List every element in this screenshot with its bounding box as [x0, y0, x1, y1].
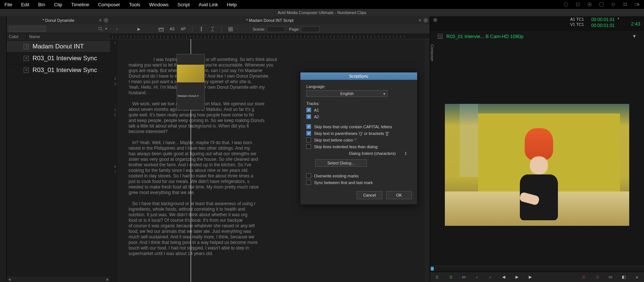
svg-rect-1 [576, 3, 579, 6]
menu-clip[interactable]: Clip [54, 2, 62, 7]
tray-icon-2[interactable] [575, 2, 580, 7]
tray-icon-cc[interactable] [599, 2, 604, 7]
step-fwd-button[interactable]: ▶ [527, 274, 534, 281]
menu-script[interactable]: Script [177, 2, 190, 7]
mark-clip-button[interactable]: ▭ [460, 274, 467, 281]
bin-filter-dropdown-icon[interactable]: ▼ [105, 27, 108, 31]
bin-tab-close-icon[interactable]: ✕ [99, 18, 102, 23]
track-a2-checkbox[interactable] [306, 114, 311, 119]
scroll-right-icon[interactable]: ▶ [105, 278, 110, 281]
script-tab[interactable]: * Madam Donut INT Script [110, 17, 430, 24]
tc-remaining: 2:43 [631, 21, 640, 27]
proxy-label: Madam Donut I! [177, 93, 204, 99]
menu-timeline[interactable]: Timeline [71, 2, 89, 7]
record-button[interactable]: ● [113, 26, 120, 33]
bin-col-name[interactable]: Name [27, 33, 110, 40]
clip-dropdown-icon[interactable]: ▼ [632, 34, 637, 39]
slate-icon[interactable] [157, 26, 165, 33]
play-button[interactable]: ▶ [514, 274, 520, 281]
tray-icon-3[interactable] [587, 2, 592, 7]
left-tool-strip [0, 16, 7, 282]
composer-clip-name[interactable]: R03_01 Intervie... B Cam-HD 1080p [446, 34, 628, 39]
menu-avid-link[interactable]: Avid Link [199, 2, 218, 7]
skip-capitals-checkbox[interactable] [306, 124, 311, 129]
scene-dropdown[interactable] [267, 26, 285, 32]
clear-in-button[interactable]: ▫ [474, 274, 480, 281]
as-button[interactable]: AS [168, 26, 176, 33]
mark-in-button[interactable]: ⊏ [434, 274, 440, 281]
ok-button[interactable]: OK [386, 191, 412, 199]
menu-edit[interactable]: Edit [21, 2, 29, 7]
script-tab-close-icon[interactable]: ✕ [418, 18, 422, 23]
play-button[interactable]: ▶ [135, 26, 143, 33]
composer-position-bar[interactable] [430, 266, 644, 272]
page-view-icon[interactable] [227, 26, 234, 33]
language-dropdown[interactable]: English ▼ [306, 90, 388, 97]
bin-view-dropdown[interactable] [9, 26, 46, 32]
skip-indent-checkbox[interactable] [306, 144, 311, 149]
goto-in-button[interactable]: ⊏ [580, 274, 587, 281]
skip-indent-label: Skip lines indented less than dialog [314, 145, 378, 149]
sync-first-last-label: Sync between first and last mark [314, 180, 373, 185]
bin-row[interactable]: ⊞ R03_01 Interview Sync [7, 64, 110, 76]
select-dialog-button[interactable]: Select Dialog... [315, 159, 367, 167]
bin-row[interactable]: ☰ Madam Donut INT [7, 41, 110, 52]
overwrite-marks-checkbox[interactable] [306, 173, 311, 178]
filmstrip-icon[interactable] [437, 34, 443, 39]
page-dropdown[interactable] [301, 26, 320, 32]
mark-out-button[interactable]: ⊐ [447, 274, 454, 281]
svg-point-0 [564, 3, 568, 6]
skip-capitals-label: Skip lines that only contain CAPITAL let… [314, 125, 392, 129]
script-vertical-scrollbar[interactable] [425, 39, 430, 282]
script-tab-bar: * Madam Donut INT Script ✕ [110, 16, 430, 24]
bin-panel: * Donut Dynamite ✕ ▼ Color Name ☰ Madam … [7, 16, 110, 282]
text-cursor-icon[interactable]: I [198, 26, 205, 33]
bin-column-header: Color Name [7, 33, 110, 41]
svg-point-8 [99, 27, 102, 30]
ap-button[interactable]: AP [180, 26, 187, 33]
menu-file[interactable]: File [4, 2, 12, 7]
goto-out-button[interactable]: ⊐ [594, 274, 600, 281]
bin-col-color[interactable]: Color [7, 33, 27, 40]
menu-bin[interactable]: Bin [38, 2, 45, 7]
menu-button[interactable]: ≡ [634, 274, 640, 281]
tray-icon-toggle[interactable] [634, 2, 640, 7]
bin-tab-gear-icon[interactable] [103, 18, 109, 23]
clear-out-button[interactable]: ▫ [487, 274, 494, 281]
app-title-bar: Avid Media Composer Ultimate - Numbered … [0, 9, 644, 16]
menu-composer[interactable]: Composer [98, 2, 120, 7]
position-indicator[interactable] [431, 267, 434, 271]
language-label: Language: [306, 84, 411, 89]
skip-parens-checkbox[interactable] [306, 131, 311, 136]
step-back-button[interactable]: ◀ [500, 274, 507, 281]
cancel-button[interactable]: Cancel [357, 191, 382, 199]
effect-button[interactable]: ◧ [620, 274, 627, 281]
track-a1-checkbox[interactable] [306, 108, 311, 112]
script-ruler[interactable] [110, 34, 430, 39]
tray-icon-1[interactable] [563, 2, 569, 7]
script-tab-gear-icon[interactable] [423, 18, 428, 23]
menu-help[interactable]: Help [227, 2, 237, 7]
tray-icon-sync[interactable] [611, 2, 616, 7]
script-line-gutter: 1234567 [110, 39, 117, 282]
bin-tab[interactable]: * Donut Dynamite [7, 17, 110, 24]
menu-tools[interactable]: Tools [129, 2, 140, 7]
bin-row[interactable]: ⊞ R03_01 Interview Sync [7, 52, 110, 64]
skip-colon-label: Skip text before colon ':' [314, 138, 357, 142]
source-viewer[interactable] [445, 104, 629, 226]
sync-first-last-checkbox[interactable] [306, 180, 311, 185]
tracks-label: Tracks: [306, 101, 411, 106]
clip-proxy-thumbnail[interactable]: Madam Donut I! [177, 54, 205, 110]
scroll-left-icon[interactable]: ◀ [7, 278, 12, 281]
menu-windows[interactable]: Windows [149, 2, 169, 7]
text-select-icon[interactable]: ⌶ [209, 26, 216, 33]
indent-value[interactable]: 1 [400, 151, 411, 156]
tray-icon-hash[interactable] [623, 2, 628, 7]
skip-colon-checkbox[interactable] [306, 137, 311, 142]
add-marker-button[interactable]: ▭ [607, 274, 614, 281]
search-icon[interactable] [98, 26, 103, 31]
script-panel-close-icon[interactable] [433, 17, 438, 23]
tc-dropdown-icon[interactable]: ▼ [617, 17, 620, 20]
bin-horizontal-scrollbar[interactable]: ◀ ▶ [7, 277, 110, 282]
composer-transport-controls: ⊏ ⊐ ▭ ▫ ▫ ◀ ▶ ▶ ⊏ ⊐ ▭ ◧ ≡ [430, 272, 644, 282]
